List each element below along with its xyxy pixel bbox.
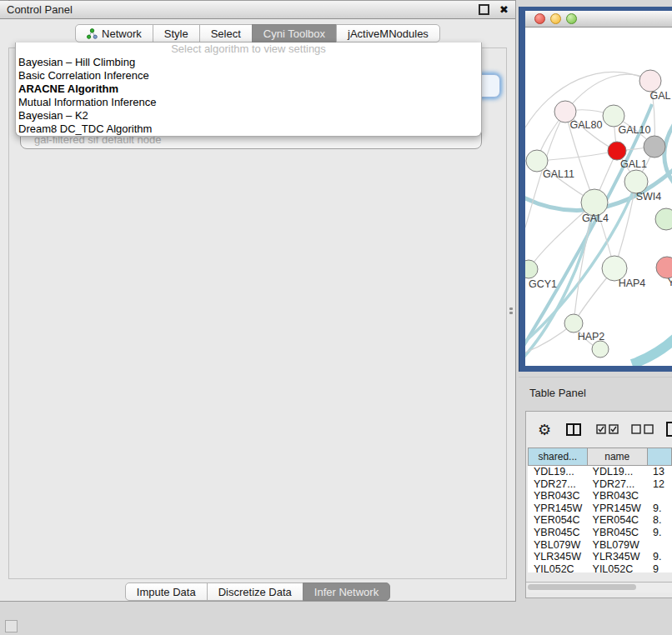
table-row[interactable]: YDL19...YDL19...13 [528,466,672,478]
panel-divider [519,377,672,378]
table-cell: YDL19... [528,466,587,478]
split-columns-icon[interactable] [566,423,581,436]
table-row[interactable]: YIL052CYIL052C9 [528,563,672,572]
tab-label: Style [164,28,188,40]
hidden-panel-square[interactable] [5,620,18,632]
gear-icon[interactable]: ⚙ [538,421,551,438]
column-header-shared[interactable]: shared... [528,448,588,466]
table-cell: 13 [647,466,672,478]
algorithm-option-bayesian-hill-climbing[interactable]: Bayesian – Hill Climbing [16,56,481,69]
table-cell: 9. [647,551,672,563]
checked-pair-icon[interactable] [596,424,619,434]
node-label: Y [668,277,672,288]
table-cell [647,490,672,502]
table-row[interactable]: YBR043CYBR043C [528,490,672,502]
tab-style[interactable]: Style [153,24,200,42]
table-cell: YER054C [587,514,647,527]
tab-discretize-data[interactable]: Discretize Data [207,582,303,601]
algorithm-option-basic-correlation-inference[interactable]: Basic Correlation Inference [16,69,481,82]
table-cell: YBR043C [528,490,587,502]
network-node-gal1[interactable] [608,142,626,160]
network-node-y[interactable] [656,257,672,278]
table-cell: YDL19... [587,466,647,478]
close-traffic-light-icon[interactable] [534,13,545,24]
table-column-headers: shared...name [528,448,672,466]
algorithm-option-mutual-information-inference[interactable]: Mutual Information Inference [16,96,481,109]
algorithm-dropdown-placeholder: Select algorithm to view settings [16,42,481,56]
algorithm-option-dream8-dc-tdc-algorithm[interactable]: Dream8 DC_TDC Algorithm [16,122,481,136]
algorithm-dropdown-popup: Select algorithm to view settings Bayesi… [15,42,482,137]
network-node[interactable] [592,341,609,358]
network-node-swi4[interactable] [624,170,648,193]
table-row[interactable]: YBR045CYBR045C9. [528,527,672,539]
tab-label: Network [102,28,142,40]
table-cell: YBR043C [587,490,647,502]
close-icon[interactable]: ✖ [499,6,509,14]
table-cell: YBL079W [587,539,647,552]
document-icon[interactable] [666,422,672,437]
control-panel-title: Control Panel [7,3,73,16]
algorithm-option-bayesian-k2[interactable]: Bayesian – K2 [16,109,481,122]
table-row[interactable]: YPR145WYPR145W9. [528,502,672,515]
table-cell: YIL052C [528,563,587,572]
table-horizontal-scrollbar[interactable] [526,582,672,592]
network-node-gal[interactable] [639,70,661,92]
float-window-icon[interactable] [479,4,489,15]
splitter-grip[interactable] [509,308,514,315]
node-label: HAP4 [619,278,646,289]
node-label: GAL80 [570,119,603,131]
network-canvas[interactable]: GALGAL80GAL10GAL1GAL11SWI4GAL4GCY1HAP4YH… [525,28,672,366]
table-cell [647,539,672,552]
node-label: GAL11 [543,168,574,180]
tab-impute-data[interactable]: Impute Data [125,582,208,601]
table-row[interactable]: YLR345WYLR345W9. [528,551,672,563]
zoom-traffic-light-icon[interactable] [566,13,577,24]
tab-label: Discretize Data [218,586,292,598]
table-cell: YLR345W [587,551,647,563]
node-label: GAL1 [620,158,647,170]
network-edge [525,104,652,346]
table-cell: 9 [647,563,672,572]
control-panel-titlebar: Control Panel ✖ [0,1,515,19]
table-row[interactable]: YER054CYER054C8. [528,514,672,527]
tab-cyni-toolbox[interactable]: Cyni Toolbox [252,24,337,42]
network-view-window: GALGAL80GAL10GAL1GAL11SWI4GAL4GCY1HAP4YH… [519,7,672,372]
algorithm-option-aracne-algorithm[interactable]: ARACNE Algorithm [16,82,481,96]
table-panel-title: Table Panel [529,387,586,399]
tab-network[interactable]: Network [75,24,153,42]
table-toolbar: ⚙ [526,412,672,447]
node-label: SWI4 [636,191,662,202]
table-cell: YIL052C [587,563,647,572]
column-header-2[interactable] [647,448,672,466]
network-node[interactable] [644,136,665,158]
network-node-gcy1[interactable] [525,260,538,278]
minimize-traffic-light-icon[interactable] [550,13,561,24]
column-header-name[interactable]: name [587,448,648,466]
tab-select[interactable]: Select [199,24,253,42]
unchecked-pair-icon[interactable] [631,424,654,434]
network-icon [87,28,98,39]
table-row[interactable]: YDR27...YDR27...12 [528,478,672,491]
tab-label: Cyni Toolbox [263,28,325,40]
table-cell: YDR27... [587,478,647,491]
table-cell: 9. [647,502,672,515]
table-row[interactable]: YBL079WYBL079W [528,539,672,552]
network-node[interactable] [655,208,672,230]
network-view-frame: GALGAL80GAL10GAL1GAL11SWI4GAL4GCY1HAP4YH… [525,11,672,366]
tab-jactivemnodules[interactable]: jActiveMNodules [336,24,440,42]
network-node-hap2[interactable] [564,314,583,332]
network-window-titlebar [525,11,672,28]
table-cell: YBR045C [528,527,587,539]
control-panel-window: Control Panel ✖ NetworkStyleSelectCyni T… [0,0,516,602]
tab-label: Infer Network [314,586,379,598]
network-edge [632,338,672,364]
screen: Control Panel ✖ NetworkStyleSelectCyni T… [0,0,672,635]
table-cell: YBL079W [528,539,587,552]
table-cell: YDR27... [528,478,587,491]
tab-label: jActiveMNodules [348,28,429,40]
table-panel: ⚙ shared...name YDL19...YDL19...13YDR27.… [525,411,672,598]
node-label: GCY1 [529,278,557,290]
table-cell: YPR145W [528,502,587,515]
tab-infer-network[interactable]: Infer Network [303,582,390,601]
table-cell: 9. [647,527,672,539]
